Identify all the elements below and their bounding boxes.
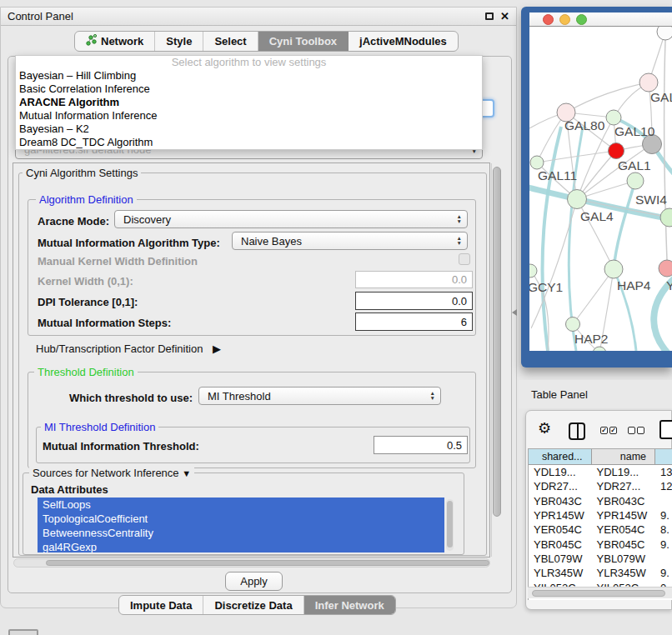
sources-legend: Sources for Network Inference xyxy=(33,467,179,479)
network-node[interactable] xyxy=(609,143,624,159)
network-edge[interactable] xyxy=(664,40,667,260)
network-node[interactable] xyxy=(593,347,606,351)
table-row[interactable]: YDR27...YDR27...12 xyxy=(529,479,672,493)
network-canvas[interactable]: GALGAL80GAL10GAL11GAL1GAL4SWI4GCY1HAP4YH… xyxy=(529,27,672,351)
algorithm-option-mutual-information-inference[interactable]: Mutual Information Inference xyxy=(16,109,482,122)
tab-impute-data[interactable]: Impute Data xyxy=(119,596,203,614)
column-header-shared[interactable]: shared... xyxy=(529,449,592,464)
attributes-list-scrollbar[interactable] xyxy=(446,499,454,551)
tab-discretize-data[interactable]: Discretize Data xyxy=(203,596,303,614)
cyni-settings-legend: Cyni Algorithm Settings xyxy=(23,167,141,179)
mac-minimize-button[interactable] xyxy=(559,14,570,25)
attribute-item-selfloops[interactable]: SelfLoops xyxy=(38,498,444,512)
network-node-gal1[interactable] xyxy=(627,172,644,189)
spinner-arrows-icon: ▲▼ xyxy=(457,236,462,246)
which-threshold-label: Which threshold to use: xyxy=(69,392,193,404)
mac-close-button[interactable] xyxy=(543,14,554,25)
float-window-icon[interactable] xyxy=(485,12,494,20)
column-header-extra[interactable] xyxy=(655,449,672,464)
tab-jactivemnodules[interactable]: jActiveMNodules xyxy=(349,32,458,51)
network-node-gal[interactable] xyxy=(639,73,658,92)
deselect-all-rows-icon[interactable] xyxy=(628,427,644,434)
spinner-arrows-icon: ▲▼ xyxy=(457,214,462,224)
network-edge[interactable] xyxy=(573,269,614,324)
mac-zoom-button[interactable] xyxy=(576,14,587,25)
hub-definition-expander[interactable]: Hub/Transcription Factor Definition ▶ xyxy=(36,342,221,355)
splitter-collapse-handle[interactable] xyxy=(512,309,517,316)
table-cell: YDR27... xyxy=(529,479,592,493)
algorithm-option-bayesian-k2[interactable]: Bayesian – K2 xyxy=(16,122,482,136)
tab-infer-network[interactable]: Infer Network xyxy=(304,596,395,614)
select-all-rows-icon[interactable]: ✓✓ xyxy=(600,427,617,434)
attribute-item-topologicalcoefficient[interactable]: TopologicalCoefficient xyxy=(38,512,444,526)
network-node-gal11[interactable] xyxy=(530,156,544,169)
cyni-bottom-tabbar: Impute DataDiscretize DataInfer Network xyxy=(118,595,396,615)
mi-type-value: Naive Bayes xyxy=(241,235,302,248)
aracne-mode-combobox[interactable]: Discovery ▲▼ xyxy=(114,210,468,228)
mi-threshold-value: 0.5 xyxy=(447,439,462,452)
network-node-gcy1[interactable] xyxy=(529,264,537,278)
table-cell: YER054C xyxy=(592,522,656,537)
close-icon[interactable]: ✕ xyxy=(500,12,509,21)
table-row[interactable]: YDL19...YDL19...13 xyxy=(529,465,672,479)
network-node-gal4[interactable] xyxy=(568,190,587,209)
tab-network[interactable]: Network xyxy=(75,32,155,51)
kernel-width-field[interactable]: 0.0 xyxy=(355,271,473,288)
table-cell: 8. xyxy=(655,522,672,537)
table-horizontal-scrollbar[interactable] xyxy=(528,587,672,598)
column-view-icon[interactable] xyxy=(569,422,585,440)
table-row[interactable]: YLR345WYLR345W9. xyxy=(529,566,672,580)
attribute-item-betweennesscentrality[interactable]: BetweennessCentrality xyxy=(38,526,444,540)
dpi-tolerance-field[interactable]: 0.0 xyxy=(355,292,473,310)
network-node-hap2[interactable] xyxy=(566,318,580,332)
table-row[interactable]: YBR043CYBR043C xyxy=(529,494,672,508)
algorithm-option-bayesian-hill-climbing[interactable]: Bayesian – Hill Climbing xyxy=(16,69,482,82)
attribute-item-gal4rgexp[interactable]: gal4RGexp xyxy=(38,540,444,552)
kernel-width-label: Kernel Width (0,1): xyxy=(38,275,133,288)
tab-cyni-toolbox[interactable]: Cyni Toolbox xyxy=(258,32,349,51)
apply-button[interactable]: Apply xyxy=(225,572,283,591)
settings-vertical-scrollbar[interactable] xyxy=(491,163,502,557)
network-node-hap4[interactable] xyxy=(604,260,623,278)
gear-icon[interactable]: ⚙ xyxy=(538,421,551,436)
control-panel-titlebar[interactable]: Control Panel ✕ xyxy=(1,8,516,26)
data-attributes-list[interactable]: SelfLoopsTopologicalCoefficientBetweenne… xyxy=(38,498,444,552)
column-header-name[interactable]: name xyxy=(592,449,656,464)
node-label: GAL4 xyxy=(580,209,614,223)
export-table-icon[interactable] xyxy=(659,420,672,439)
network-node[interactable] xyxy=(657,27,672,40)
mi-type-combobox[interactable]: Naive Bayes ▲▼ xyxy=(232,232,468,250)
aracne-mode-label: Aracne Mode: xyxy=(38,215,109,228)
network-edge[interactable] xyxy=(614,181,635,269)
table-cell xyxy=(655,552,672,566)
network-window-titlebar[interactable] xyxy=(529,12,672,27)
table-row[interactable]: YPR145WYPR145W9. xyxy=(529,508,672,522)
aracne-mode-value: Discovery xyxy=(123,213,171,226)
tab-style[interactable]: Style xyxy=(155,32,203,51)
mi-threshold-field[interactable]: 0.5 xyxy=(374,436,468,454)
minimized-panel-icon[interactable] xyxy=(8,629,38,635)
table-row[interactable]: YER054CYER054C8. xyxy=(529,522,672,537)
which-threshold-combobox[interactable]: MI Threshold ▲▼ xyxy=(198,387,441,405)
network-node-y[interactable] xyxy=(659,260,672,277)
node-label: GAL xyxy=(650,90,672,104)
tab-select[interactable]: Select xyxy=(203,32,258,51)
algorithm-option-basic-correlation-inference[interactable]: Basic Correlation Inference xyxy=(16,82,482,96)
network-icon xyxy=(86,34,97,48)
sources-collapse-toggle[interactable]: Sources for Network Inference ▼ xyxy=(29,467,194,479)
table-row[interactable]: YBL079WYBL079W xyxy=(529,552,672,566)
mi-threshold-legend: MI Threshold Definition xyxy=(41,421,158,433)
settings-horizontal-scrollbar[interactable] xyxy=(13,558,490,568)
algorithm-option-aracne-algorithm[interactable]: ARACNE Algorithm xyxy=(16,96,482,109)
network-node-gal10[interactable] xyxy=(606,110,621,125)
network-edge[interactable] xyxy=(566,82,649,112)
network-node-swi4[interactable] xyxy=(660,208,672,227)
manual-kernel-checkbox[interactable] xyxy=(459,253,470,265)
table-row[interactable]: YBR045CYBR045C9. xyxy=(529,537,672,551)
mi-steps-field[interactable]: 6 xyxy=(355,312,473,331)
algorithm-dropdown-list[interactable]: Select algorithm to view settings Bayesi… xyxy=(15,55,483,150)
algorithm-dropdown-prompt: Select algorithm to view settings xyxy=(16,56,482,69)
dpi-tolerance-value: 0.0 xyxy=(452,295,467,308)
algorithm-option-dream8-dc-tdc-algorithm[interactable]: Dream8 DC_TDC Algorithm xyxy=(16,136,482,149)
table-cell: YER054C xyxy=(529,522,592,537)
